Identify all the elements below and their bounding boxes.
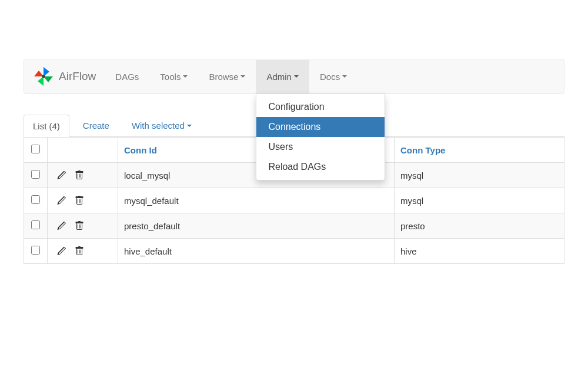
nav-docs[interactable]: Docs [309, 60, 358, 93]
pinwheel-logo-icon [33, 66, 54, 87]
cell-conn-type: mysql [395, 163, 564, 188]
cell-conn-type: mysql [395, 188, 564, 213]
admin-menu-users[interactable]: Users [256, 137, 385, 157]
cell-conn-type: hive [395, 239, 564, 264]
nav: DAGs Tools Browse Admin Configuration Co… [105, 60, 358, 93]
edit-icon[interactable] [57, 246, 66, 256]
row-checkbox[interactable] [31, 170, 40, 179]
admin-dropdown: Configuration Connections Users Reload D… [256, 93, 385, 180]
admin-menu-reload-dags[interactable]: Reload DAGs [256, 157, 385, 177]
edit-icon[interactable] [57, 196, 66, 205]
header-conn-type[interactable]: Conn Type [395, 138, 564, 163]
brand-text: AirFlow [59, 70, 96, 83]
brand[interactable]: AirFlow [24, 60, 105, 93]
table-row: hive_defaulthive [24, 239, 564, 264]
admin-menu-configuration[interactable]: Configuration [256, 97, 385, 117]
nav-tools[interactable]: Tools [149, 60, 198, 93]
caret-down-icon [187, 125, 192, 127]
svg-marker-1 [44, 76, 53, 82]
svg-marker-0 [44, 67, 49, 76]
caret-down-icon [240, 75, 245, 78]
svg-marker-2 [38, 76, 44, 86]
tab-create[interactable]: Create [74, 115, 118, 136]
table-row: presto_defaultpresto [24, 213, 564, 239]
trash-icon[interactable] [75, 170, 84, 180]
header-checkbox-col [24, 138, 48, 163]
admin-menu-connections[interactable]: Connections [256, 117, 385, 137]
nav-dags[interactable]: DAGs [105, 60, 149, 93]
edit-icon[interactable] [57, 170, 66, 180]
trash-icon[interactable] [75, 246, 84, 256]
cell-conn-id: mysql_default [118, 188, 395, 213]
tab-with-selected[interactable]: With selected [123, 115, 201, 136]
navbar: AirFlow DAGs Tools Browse Admin [24, 59, 564, 94]
nav-admin[interactable]: Admin [256, 60, 309, 93]
svg-point-4 [42, 75, 45, 78]
cell-conn-type: presto [395, 213, 564, 239]
caret-down-icon [183, 75, 188, 78]
header-actions-col [48, 138, 118, 163]
table-row: mysql_defaultmysql [24, 188, 564, 213]
caret-down-icon [294, 75, 299, 78]
select-all-checkbox[interactable] [31, 145, 40, 153]
trash-icon[interactable] [75, 221, 84, 230]
cell-conn-id: hive_default [118, 239, 395, 264]
trash-icon[interactable] [75, 196, 84, 205]
caret-down-icon [342, 75, 347, 78]
cell-conn-id: presto_default [118, 213, 395, 239]
tab-list[interactable]: List (4) [24, 115, 69, 137]
row-checkbox[interactable] [31, 195, 40, 204]
nav-browse[interactable]: Browse [198, 60, 256, 93]
row-checkbox[interactable] [31, 220, 40, 229]
edit-icon[interactable] [57, 221, 66, 230]
svg-marker-3 [34, 71, 44, 76]
row-checkbox[interactable] [31, 246, 40, 255]
